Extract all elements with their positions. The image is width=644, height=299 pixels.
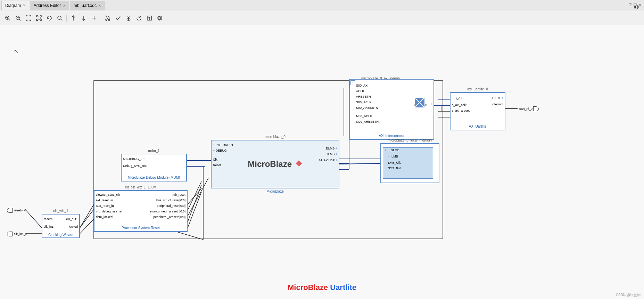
svg-point-24 <box>635 6 637 8</box>
uart-port-aclk: s_axi_aclk <box>452 103 467 107</box>
tab-diagram-label: Diagram <box>5 3 21 8</box>
cut-button[interactable] <box>103 13 113 23</box>
svg-line-29 <box>339 163 380 164</box>
block-local-memory[interactable]: microblaze_0_local_memory + + DLMB + ILM… <box>380 143 439 183</box>
clk-wiz-label: Clocking Wizard <box>42 233 79 237</box>
axi-interconnect-port-s00axi: S00_AXI <box>356 84 369 87</box>
ext-port-uart-rtl-shape <box>533 106 539 111</box>
tab-diagram[interactable]: Diagram × <box>1 1 29 10</box>
axi-interconnect-expand[interactable]: + <box>350 80 355 85</box>
ext-port-uart-rtl-label: uart_rtl_0 <box>519 107 532 111</box>
uart-title: axi_uartlite_0 <box>451 87 505 91</box>
mb-port-reset: Reset <box>213 163 221 167</box>
ext-port-resetn0-label: resetn_0 <box>14 209 26 212</box>
mb-port-dlmb: DLMB + <box>326 147 337 150</box>
svg-line-39 <box>188 178 208 216</box>
rst-port-slowsync: slowest_sync_clk <box>96 193 120 196</box>
tab-address-editor[interactable]: Address Editor × <box>30 1 69 10</box>
local-memory-title: microblaze_0_local_memory <box>381 138 439 142</box>
bottom-title: MicroBlaze Uartlite <box>288 283 356 292</box>
refresh-button[interactable] <box>44 13 54 23</box>
mb-port-interrupt: + INTERRUPT <box>213 143 233 147</box>
mdm-title: mdm_1 <box>122 149 186 153</box>
mb-port-clk: Clk <box>213 158 217 161</box>
tab-address-editor-label: Address Editor <box>34 3 61 8</box>
svg-line-1 <box>9 19 10 21</box>
svg-line-38 <box>188 181 201 210</box>
uart-port-saxi: + S_AXI <box>452 96 463 100</box>
microblaze-logo: MicroBlaze <box>248 159 302 169</box>
mdm-port-debugrst: Debug_SYS_Rst <box>123 164 147 168</box>
block-microblaze[interactable]: microblaze_0 + INTERRUPT + DEBUG Clk Res… <box>211 140 339 188</box>
rst-port-periphreset: peripheral_reset[0:0] <box>157 204 185 208</box>
anchor-button[interactable] <box>124 13 133 23</box>
align-top-button[interactable] <box>68 13 78 23</box>
align-bottom-button[interactable] <box>79 13 89 23</box>
svg-line-5 <box>19 19 20 21</box>
rst-port-mbreset: mb_reset <box>172 193 185 196</box>
cursor-indicator: ↖ <box>14 48 18 55</box>
lm-port-dlmb: + DLMB <box>388 148 399 152</box>
fit-selection-button[interactable] <box>34 13 44 23</box>
axi-interconnect-port-aclk: ACLK <box>356 89 364 93</box>
search-button[interactable] <box>55 13 65 23</box>
svg-line-41 <box>188 192 201 228</box>
rst-port-extreset: ext_reset_in <box>96 199 113 202</box>
rst-port-peripharesetn: peripheral_aresetn[0:0] <box>153 215 185 219</box>
toolbar-separator-2 <box>101 15 101 22</box>
axi-interconnect-port-s00aclk: S00_ACLK <box>356 100 372 104</box>
tab-xdc-label: mb_uart.xdc <box>74 3 97 8</box>
diagram-canvas[interactable]: microblaze_0_axi_periph + S00_AXI ACLK A… <box>0 25 644 299</box>
axi-interconnect-port-m00aresetn: M00_ARESETN <box>356 120 379 123</box>
ext-port-resetn0-shape <box>7 208 13 213</box>
rst-port-busstruct: bus_struct_reset[0:0] <box>156 199 185 202</box>
zoom-in-button[interactable] <box>3 13 13 23</box>
lm-expand: + <box>385 148 386 152</box>
bottom-title-red: MicroBlaze <box>288 283 328 292</box>
svg-line-35 <box>80 219 94 234</box>
rst-port-mbdebug: mb_debug_sys_rst <box>96 210 122 213</box>
svg-line-37 <box>188 188 201 204</box>
svg-rect-7 <box>38 17 40 19</box>
settings-button[interactable] <box>155 13 165 23</box>
uart-port-uart: UART + <box>492 96 503 100</box>
axi-interconnect-label: AXI Interconnect <box>350 134 434 138</box>
regenerate-button[interactable] <box>134 13 144 23</box>
ext-port-clkin1: clk_in1_0 <box>7 232 27 236</box>
local-memory-inner: + + DLMB + ILMB LMB_Clk SYS_Rst <box>383 147 433 179</box>
tab-xdc[interactable]: mb_uart.xdc × <box>70 1 105 10</box>
tab-xdc-close[interactable]: × <box>99 4 101 8</box>
block-clk-wiz[interactable]: clk_wiz_1 resetn clk_in1 clk_out1 locked… <box>42 214 80 238</box>
bottom-title-blue: Uartlite <box>330 283 356 292</box>
toolbar <box>0 11 644 25</box>
microblaze-title: microblaze_0 <box>212 135 339 139</box>
axi-interconnect-port-s00aresetn: S00_ARESETN <box>356 106 378 110</box>
add-ip-button[interactable] <box>89 13 99 23</box>
block-mdm[interactable]: mdm_1 MBDEBUG_0 + Debug_SYS_Rst MicroBla… <box>121 154 187 181</box>
fit-button[interactable] <box>24 13 33 23</box>
block-axi-interconnect[interactable]: + S00_AXI ACLK ARESETN S00_ACLK S00_ARES… <box>349 79 434 140</box>
lm-port-sysrst: SYS_Rst <box>388 167 401 170</box>
svg-marker-66 <box>296 160 302 167</box>
block-rst[interactable]: rst_clk_wiz_1_100M slowest_sync_clk ext_… <box>94 190 188 232</box>
rst-port-auxreset: aux_reset_in <box>96 204 114 208</box>
rst-label: Processor System Reset <box>94 226 187 230</box>
lm-port-ilmb: + ILMB <box>388 155 398 158</box>
clk-wiz-port-locked: locked <box>69 225 78 228</box>
clk-wiz-port-resetn: resetn <box>44 217 52 221</box>
clk-wiz-title: clk_wiz_1 <box>42 209 79 213</box>
svg-point-17 <box>108 19 110 21</box>
ext-port-resetn0: resetn_0 <box>7 208 26 213</box>
tab-diagram-close[interactable]: × <box>23 3 25 7</box>
validate-button[interactable] <box>113 13 123 23</box>
export-button[interactable] <box>145 13 154 23</box>
global-settings-button[interactable] <box>631 2 641 12</box>
zoom-out-button[interactable] <box>13 13 23 23</box>
block-uart[interactable]: axi_uartlite_0 + S_AXI s_axi_aclk s_axi_… <box>450 92 505 130</box>
mb-port-ilmb: ILMB + <box>327 152 337 156</box>
svg-line-40 <box>188 185 201 222</box>
svg-line-15 <box>108 16 110 18</box>
svg-line-9 <box>61 19 62 21</box>
mb-port-debug: + DEBUG <box>213 149 227 152</box>
tab-address-editor-close[interactable]: × <box>63 4 65 8</box>
